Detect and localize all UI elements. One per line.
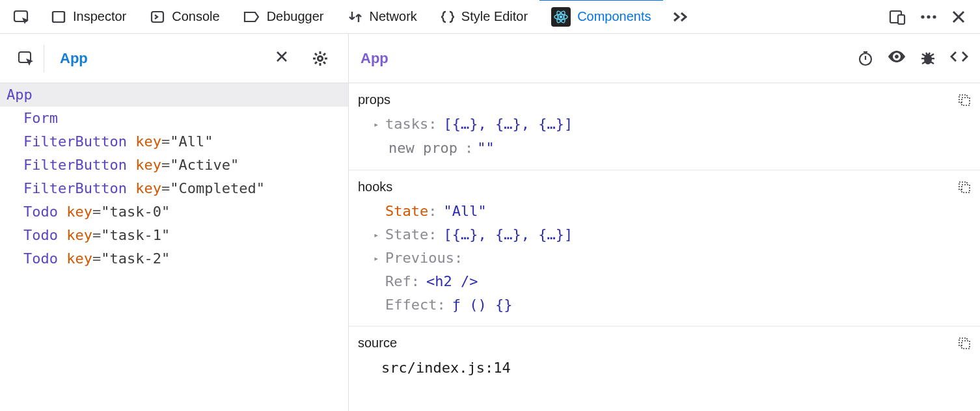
style-editor-icon <box>441 10 455 24</box>
tree-node[interactable]: Form <box>0 107 348 130</box>
tab-label: Debugger <box>267 9 324 24</box>
svg-point-5 <box>560 15 562 18</box>
svg-rect-34 <box>962 98 970 105</box>
component-name: Todo <box>23 250 58 267</box>
svg-point-12 <box>927 15 930 18</box>
tree-node[interactable]: FilterButton key="Active" <box>0 153 348 177</box>
key-value: "Active" <box>170 157 239 173</box>
svg-line-19 <box>315 53 317 55</box>
tree-node[interactable]: FilterButton key="All" <box>0 130 348 153</box>
component-name: App <box>7 86 33 103</box>
component-name: Form <box>23 110 58 126</box>
debug-icon[interactable] <box>920 51 936 66</box>
copy-props-icon[interactable] <box>958 94 971 107</box>
new-prop-row[interactable]: new prop : "" <box>374 136 971 161</box>
copy-source-icon[interactable] <box>958 337 971 350</box>
tab-style-editor[interactable]: Style Editor <box>429 0 539 33</box>
hook-row[interactable]: ▸State:[{…}, {…}, {…}] <box>374 223 971 246</box>
expand-caret-icon[interactable]: ▸ <box>374 246 385 270</box>
element-picker-icon[interactable] <box>5 9 39 25</box>
component-name: Todo <box>23 204 58 220</box>
responsive-mode-icon[interactable] <box>889 9 906 25</box>
suspend-icon[interactable] <box>858 51 873 66</box>
tab-debugger[interactable]: Debugger <box>232 0 336 33</box>
key-value: "task-0" <box>101 204 170 220</box>
key-attr: key <box>135 133 161 150</box>
key-value: "task-1" <box>101 227 170 243</box>
hook-value: "All" <box>443 200 486 223</box>
tabs-overflow-icon[interactable] <box>663 10 698 23</box>
source-section: source src/index.js:14 <box>349 326 980 385</box>
svg-line-29 <box>922 54 925 56</box>
component-name: FilterButton <box>23 157 127 173</box>
console-icon <box>150 10 165 24</box>
key-value: "All" <box>170 133 213 150</box>
clear-search-icon[interactable] <box>275 50 288 67</box>
search-input[interactable]: App <box>44 50 275 67</box>
svg-point-13 <box>932 15 936 18</box>
tree-node[interactable]: Todo key="task-0" <box>0 200 348 224</box>
more-menu-icon[interactable] <box>920 14 937 20</box>
hook-row[interactable]: Effect:ƒ () {} <box>374 293 971 317</box>
hook-key: State <box>385 223 428 246</box>
svg-rect-38 <box>962 341 970 349</box>
close-devtools-icon[interactable] <box>951 10 966 24</box>
new-prop-key[interactable]: new prop <box>385 136 461 161</box>
tree-node[interactable]: Todo key="task-1" <box>0 224 348 247</box>
section-title: hooks <box>358 179 392 194</box>
inspect-dom-icon[interactable] <box>888 51 906 66</box>
select-element-icon[interactable] <box>8 45 44 72</box>
react-icon <box>551 7 571 27</box>
prop-row[interactable]: ▸ tasks: [{…}, {…}, {…}] <box>374 113 971 136</box>
section-title: props <box>358 92 390 107</box>
prop-value: [{…}, {…}, {…}] <box>443 113 573 136</box>
hook-row[interactable]: State:"All" <box>374 200 971 223</box>
settings-gear-icon[interactable] <box>312 50 329 67</box>
debugger-icon <box>243 10 260 23</box>
svg-line-32 <box>931 62 934 64</box>
svg-line-31 <box>922 62 925 64</box>
tree-node[interactable]: Todo key="task-2" <box>0 247 348 271</box>
key-attr: key <box>135 157 161 173</box>
tab-components[interactable]: Components <box>539 0 662 33</box>
tab-label: Network <box>370 9 417 24</box>
view-source-icon[interactable] <box>950 51 968 66</box>
svg-rect-10 <box>898 15 905 24</box>
key-attr: key <box>66 250 92 267</box>
prop-key: tasks <box>385 113 428 136</box>
expand-caret-icon[interactable]: ▸ <box>374 113 385 136</box>
components-tree-panel: App App FormFilterButton key="All"Filter… <box>0 34 349 411</box>
svg-line-30 <box>931 54 934 56</box>
svg-line-20 <box>323 62 325 64</box>
key-attr: key <box>66 227 92 243</box>
tab-label: Components <box>577 9 651 24</box>
svg-line-22 <box>315 62 317 64</box>
source-location[interactable]: src/index.js:14 <box>358 356 971 376</box>
copy-hooks-icon[interactable] <box>958 181 971 194</box>
hook-row[interactable]: ▸Previous: <box>374 246 971 270</box>
tab-network[interactable]: Network <box>336 0 429 33</box>
tab-label: Style Editor <box>461 9 528 24</box>
expand-caret-icon[interactable]: ▸ <box>374 223 385 246</box>
new-prop-value[interactable]: "" <box>477 137 495 160</box>
component-name: FilterButton <box>23 180 127 196</box>
hook-key: State <box>385 200 428 223</box>
key-attr: key <box>66 204 92 220</box>
tree-node-app[interactable]: App <box>0 83 348 107</box>
tab-inspector[interactable]: Inspector <box>39 0 138 33</box>
hook-key: Previous <box>385 246 454 270</box>
section-title: source <box>358 336 397 351</box>
component-name: FilterButton <box>23 133 127 150</box>
network-icon <box>347 10 363 24</box>
svg-point-11 <box>921 15 924 18</box>
hook-row[interactable]: Ref:<h2 /> <box>374 270 971 293</box>
tab-label: Console <box>172 9 219 24</box>
tree-node[interactable]: FilterButton key="Completed" <box>0 177 348 200</box>
tab-console[interactable]: Console <box>138 0 231 33</box>
component-tree: App FormFilterButton key="All"FilterButt… <box>0 83 348 271</box>
tab-label: Inspector <box>73 9 126 24</box>
hook-value: <h2 /> <box>426 270 478 293</box>
hook-key: Ref <box>385 270 411 293</box>
selected-component-title: App <box>361 50 858 67</box>
svg-rect-1 <box>53 12 64 22</box>
